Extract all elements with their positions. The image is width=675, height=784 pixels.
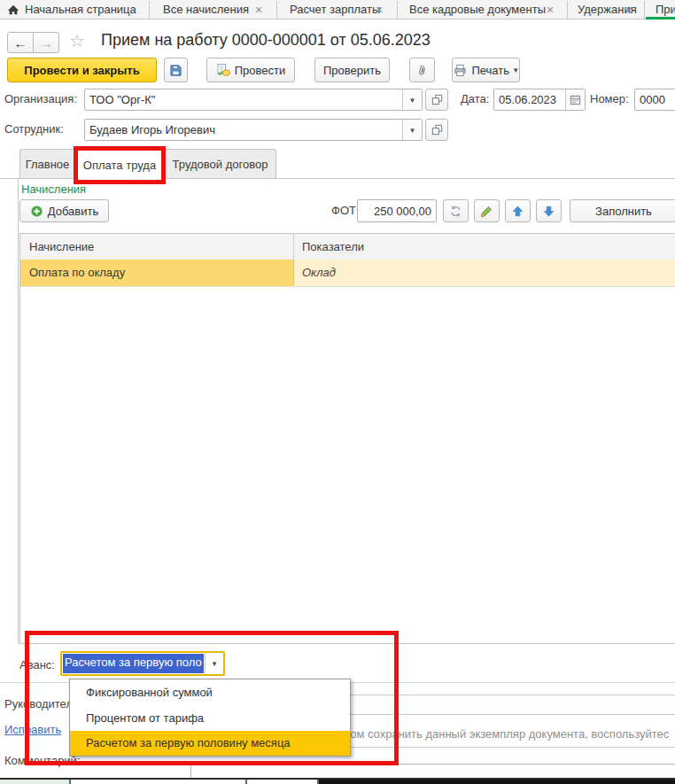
close-icon[interactable]: × bbox=[255, 0, 262, 19]
fot-value: 250 000,00 bbox=[358, 205, 436, 218]
chevron-down-icon: ▾ bbox=[410, 126, 415, 135]
number-input[interactable]: 0000 bbox=[634, 89, 675, 111]
number-value: 0000 bbox=[635, 93, 675, 106]
advance-dropdown-button[interactable]: ▾ bbox=[205, 653, 223, 674]
arrow-up-icon bbox=[511, 205, 524, 218]
fot-label: ФОТ: bbox=[331, 204, 360, 217]
organization-open-button[interactable] bbox=[425, 89, 448, 111]
fix-link[interactable]: Исправить bbox=[4, 723, 61, 736]
move-down-button[interactable] bbox=[536, 199, 562, 222]
number-label: Номер: bbox=[590, 92, 629, 105]
table-row[interactable]: Оплата по окладу Оклад bbox=[20, 260, 675, 287]
option-first-half-month[interactable]: Расчетом за первую половину месяца bbox=[70, 731, 350, 756]
organization-value: ТОО "Орг-К" bbox=[85, 93, 402, 106]
check-button[interactable]: Проверить bbox=[314, 58, 390, 82]
organization-input[interactable]: ТОО "Орг-К" ▾ bbox=[84, 89, 423, 111]
employee-value: Будаев Игорь Игоревич bbox=[85, 123, 402, 136]
tab-hr-documents[interactable]: Все кадровые документы bbox=[409, 0, 546, 19]
active-tab-underline bbox=[646, 17, 675, 19]
tab-salary[interactable]: Оплата труда bbox=[75, 149, 164, 180]
forward-button[interactable]: → bbox=[33, 32, 59, 53]
advance-combo[interactable]: Расчетом за первую поло ▾ bbox=[60, 651, 225, 676]
tab-main[interactable]: Главное bbox=[19, 149, 75, 178]
add-label: Добавить bbox=[48, 205, 98, 218]
accruals-section-title: Начисления bbox=[21, 182, 86, 196]
printer-icon bbox=[454, 64, 467, 77]
tab-home[interactable]: Начальная страница bbox=[25, 0, 136, 19]
post-and-close-label: Провести и закрыть bbox=[24, 64, 139, 77]
refresh-icon bbox=[449, 205, 462, 218]
chevron-down-icon: ▾ bbox=[213, 659, 217, 668]
strip-cell bbox=[0, 780, 71, 784]
column-header-accrual[interactable]: Начисление bbox=[29, 240, 94, 253]
favorite-star-icon[interactable]: ☆ bbox=[69, 30, 85, 51]
arrow-down-icon bbox=[542, 205, 555, 218]
fot-input[interactable]: 250 000,00 bbox=[357, 199, 437, 222]
column-header-indicators[interactable]: Показатели bbox=[302, 240, 364, 253]
post-icon bbox=[216, 63, 230, 77]
move-up-button[interactable] bbox=[505, 199, 531, 222]
cell-indicators[interactable]: Оклад bbox=[294, 260, 675, 286]
strip-dark-segment bbox=[319, 780, 675, 784]
post-and-close-button[interactable]: Провести и закрыть bbox=[7, 58, 157, 82]
add-button[interactable]: Добавить bbox=[19, 199, 109, 222]
tab-payroll[interactable]: Расчет зарплаты bbox=[290, 0, 380, 19]
open-in-form-icon bbox=[431, 94, 443, 105]
tab-salary-label: Оплата труда bbox=[83, 159, 156, 172]
print-label: Печать bbox=[471, 64, 509, 77]
table-header-row: Начисление Показатели bbox=[20, 234, 675, 260]
calendar-button[interactable] bbox=[565, 89, 585, 110]
refresh-button[interactable] bbox=[443, 199, 469, 222]
employee-dropdown-button[interactable]: ▾ bbox=[402, 120, 422, 140]
organization-label: Организация: bbox=[4, 92, 77, 105]
employee-open-button[interactable] bbox=[425, 119, 448, 141]
accruals-table: Начисление Показатели Оплата по окладу О… bbox=[19, 233, 675, 644]
tab-separator bbox=[567, 1, 568, 19]
tab-all-accruals[interactable]: Все начисления bbox=[163, 0, 249, 19]
tab-labor-contract-label: Трудовой договор bbox=[173, 158, 268, 171]
tab-separator bbox=[149, 1, 150, 19]
date-label: Дата: bbox=[461, 92, 489, 105]
page-left-border bbox=[18, 179, 19, 644]
cell-accrual-text: Оплата по окладу bbox=[29, 266, 125, 279]
date-input[interactable]: 05.06.2023 bbox=[493, 89, 586, 111]
strip-cell-border bbox=[245, 780, 247, 784]
post-button[interactable]: Провести bbox=[206, 58, 295, 82]
advance-label: Аванс: bbox=[19, 658, 55, 671]
add-plus-icon bbox=[30, 205, 43, 218]
date-value: 05.06.2023 bbox=[494, 93, 565, 106]
organization-dropdown-button[interactable]: ▾ bbox=[402, 89, 422, 110]
attachments-button[interactable] bbox=[409, 58, 435, 82]
tab-separator bbox=[276, 1, 277, 19]
column-separator[interactable] bbox=[293, 234, 294, 260]
home-icon[interactable] bbox=[7, 4, 19, 16]
fix-hint-text: этом сохранить данный экземпляр документ… bbox=[339, 727, 675, 741]
tab-separator bbox=[397, 1, 398, 19]
forward-arrow-icon: → bbox=[40, 35, 53, 50]
employee-label: Сотрудник: bbox=[4, 122, 64, 136]
tab-main-label: Главное bbox=[26, 158, 70, 171]
app-window: Начальная страница Все начисления × Расч… bbox=[0, 0, 675, 784]
window-tab-bar: Начальная страница Все начисления × Расч… bbox=[0, 0, 675, 19]
cell-accrual[interactable]: Оплата по окладу bbox=[20, 260, 294, 286]
employee-input[interactable]: Будаев Игорь Игоревич ▾ bbox=[84, 119, 423, 141]
cell-indicators-text: Оклад bbox=[302, 266, 336, 279]
close-icon[interactable]: × bbox=[376, 0, 383, 19]
fill-button[interactable]: Заполнить bbox=[570, 199, 675, 222]
print-button[interactable]: Печать ▾ bbox=[452, 58, 520, 82]
close-icon[interactable]: × bbox=[547, 0, 554, 19]
save-button[interactable] bbox=[164, 58, 188, 82]
calendar-icon bbox=[570, 94, 581, 105]
advance-options-popup: Фиксированной суммой Процентом от тарифа… bbox=[69, 679, 351, 757]
chevron-down-icon: ▾ bbox=[514, 66, 518, 74]
edit-button[interactable] bbox=[474, 199, 500, 222]
pencil-icon bbox=[480, 205, 493, 218]
option-percent-of-tariff[interactable]: Процентом от тарифа bbox=[70, 705, 350, 731]
open-in-form-icon bbox=[431, 124, 443, 136]
close-icon[interactable]: × bbox=[625, 0, 632, 19]
back-button[interactable]: ← bbox=[7, 32, 34, 53]
background-window-strip bbox=[0, 778, 675, 784]
option-fixed-amount[interactable]: Фиксированной суммой bbox=[70, 679, 350, 705]
check-label: Проверить bbox=[323, 64, 381, 77]
tab-labor-contract[interactable]: Трудовой договор bbox=[164, 149, 276, 178]
